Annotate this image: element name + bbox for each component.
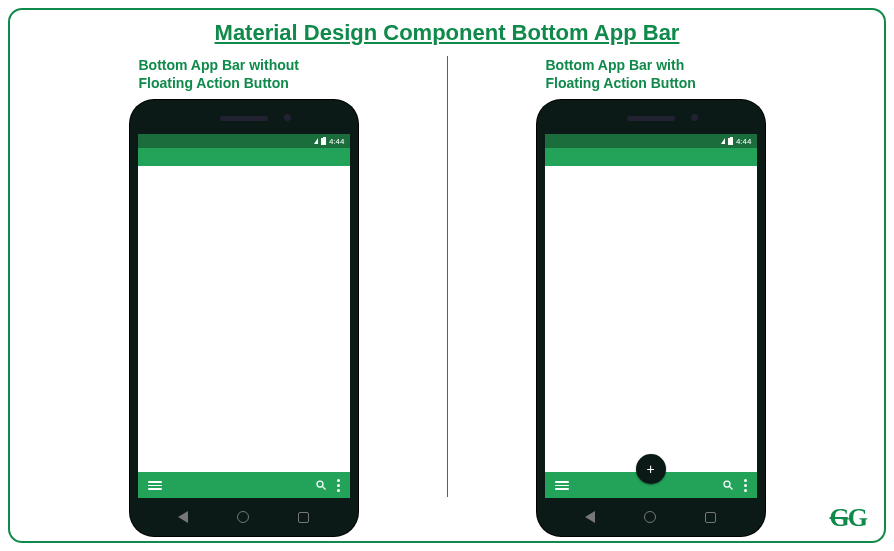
page-title: Material Design Component Bottom App Bar: [10, 10, 884, 46]
status-time: 4:44: [329, 137, 345, 146]
floating-action-button[interactable]: +: [636, 454, 666, 484]
right-column: Bottom App Bar with Floating Action Butt…: [447, 56, 854, 536]
bottom-bar-left: [555, 481, 569, 490]
signal-icon: [721, 138, 725, 144]
status-bar: 4:44: [138, 134, 350, 148]
more-vert-icon[interactable]: [744, 479, 747, 492]
screen-content: [545, 166, 757, 472]
status-bar: 4:44: [545, 134, 757, 148]
screen-content: [138, 166, 350, 472]
logo-g1: G: [830, 503, 848, 533]
nav-back-icon[interactable]: [178, 511, 188, 523]
diagram-frame: Material Design Component Bottom App Bar…: [8, 8, 886, 543]
speaker-slot: [627, 116, 675, 121]
speaker-slot: [220, 116, 268, 121]
menu-icon[interactable]: [148, 481, 162, 490]
signal-icon: [314, 138, 318, 144]
right-caption-line2: Floating Action Button: [546, 74, 756, 92]
columns: Bottom App Bar without Floating Action B…: [10, 46, 884, 527]
phone-without-fab: 4:44: [130, 100, 358, 536]
left-caption-line1: Bottom App Bar without: [139, 56, 349, 74]
svg-line-1: [322, 487, 325, 490]
left-column: Bottom App Bar without Floating Action B…: [40, 56, 447, 536]
nav-home-icon[interactable]: [644, 511, 656, 523]
sensor-dot: [691, 114, 698, 121]
top-app-bar: [138, 148, 350, 166]
phone-screen: 4:44: [545, 134, 757, 498]
gfg-logo: GG: [830, 503, 866, 533]
plus-icon: +: [646, 462, 654, 476]
android-nav-bar: [130, 504, 358, 530]
bottom-bar-left: [148, 481, 162, 490]
nav-back-icon[interactable]: [585, 511, 595, 523]
phone-screen: 4:44: [138, 134, 350, 498]
vertical-divider: [447, 56, 448, 497]
left-caption-line2: Floating Action Button: [139, 74, 349, 92]
svg-point-2: [724, 481, 730, 487]
battery-icon: [728, 138, 733, 145]
sensor-dot: [284, 114, 291, 121]
battery-icon: [321, 138, 326, 145]
right-caption-line1: Bottom App Bar with: [546, 56, 756, 74]
more-vert-icon[interactable]: [337, 479, 340, 492]
top-app-bar: [545, 148, 757, 166]
phone-with-fab: 4:44: [537, 100, 765, 536]
bottom-bar-right: [722, 479, 747, 492]
android-nav-bar: [537, 504, 765, 530]
menu-icon[interactable]: [555, 481, 569, 490]
search-icon[interactable]: [722, 479, 734, 491]
right-caption: Bottom App Bar with Floating Action Butt…: [546, 56, 756, 92]
bottom-app-bar[interactable]: [138, 472, 350, 498]
logo-g2: G: [848, 503, 866, 533]
nav-home-icon[interactable]: [237, 511, 249, 523]
status-time: 4:44: [736, 137, 752, 146]
svg-point-0: [317, 481, 323, 487]
nav-recents-icon[interactable]: [705, 512, 716, 523]
search-icon[interactable]: [315, 479, 327, 491]
bottom-bar-right: [315, 479, 340, 492]
svg-line-3: [729, 487, 732, 490]
nav-recents-icon[interactable]: [298, 512, 309, 523]
left-caption: Bottom App Bar without Floating Action B…: [139, 56, 349, 92]
